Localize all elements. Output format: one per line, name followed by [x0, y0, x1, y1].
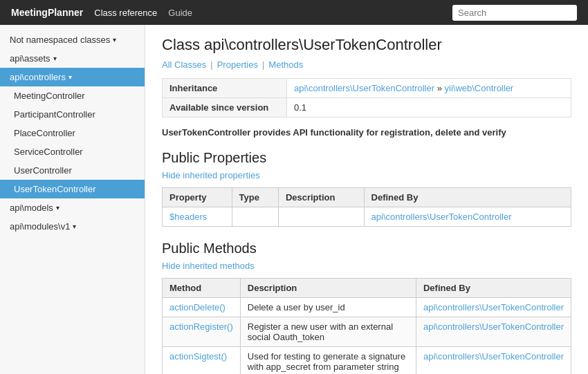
- table-row: $headers api\controllers\UserTokenContro…: [163, 207, 571, 227]
- property-type: [232, 207, 278, 227]
- top-navigation: MeetingPlanner Class reference Guide: [0, 0, 588, 25]
- method-link[interactable]: actionRegister(): [169, 321, 233, 332]
- sidebar-item-label: api\assets: [10, 53, 50, 64]
- sidebar-item-api-assets[interactable]: api\assets ▾: [0, 49, 145, 68]
- breadcrumb-methods[interactable]: Methods: [268, 59, 303, 70]
- col-defined-by: Defined By: [364, 188, 571, 207]
- separator: »: [437, 83, 445, 93]
- sidebar-item-api-models[interactable]: api\models ▾: [0, 198, 145, 217]
- table-row: actionDelete() Delete a user by user_id …: [163, 298, 571, 317]
- sidebar-item-place-controller[interactable]: PlaceController: [0, 124, 145, 142]
- sidebar-item-user-controller[interactable]: UserController: [0, 161, 145, 180]
- chevron-down-icon: ▾: [53, 55, 57, 62]
- properties-table: Property Type Description Defined By $he…: [162, 187, 571, 227]
- col-property: Property: [163, 188, 232, 207]
- sidebar-item-meeting-controller[interactable]: MeetingController: [0, 86, 145, 105]
- page-title: Class api\controllers\UserTokenControlle…: [162, 36, 571, 54]
- col-defined-by: Defined By: [416, 279, 571, 298]
- breadcrumb-properties[interactable]: Properties: [217, 59, 258, 70]
- public-properties-heading: Public Properties: [162, 150, 571, 166]
- sidebar-item-label: api\modules\v1: [10, 221, 70, 232]
- version-label: Available since version: [163, 98, 287, 118]
- chevron-down-icon: ▾: [73, 223, 76, 230]
- sidebar-item-label: Not namespaced classes: [10, 35, 110, 45]
- defined-by-link[interactable]: api\controllers\UserTokenController: [423, 351, 564, 362]
- method-description: Register a new user with an external soc…: [240, 317, 416, 347]
- hide-inherited-properties-link[interactable]: Hide inherited properties: [162, 170, 571, 180]
- nav-guide[interactable]: Guide: [168, 8, 192, 18]
- breadcrumb: All Classes | Properties | Methods: [162, 59, 571, 70]
- sidebar: Not namespaced classes ▾ api\assets ▾ ap…: [0, 25, 145, 374]
- sidebar-item-api-controllers[interactable]: api\controllers ▾: [0, 68, 145, 86]
- defined-by-link[interactable]: api\controllers\UserTokenController: [371, 212, 512, 222]
- class-description: UserTokenController provides API functio…: [162, 127, 571, 138]
- inheritance-link2[interactable]: yii\web\Controller: [445, 83, 514, 93]
- main-content: Class api\controllers\UserTokenControlle…: [145, 25, 588, 374]
- breadcrumb-all-classes[interactable]: All Classes: [162, 59, 206, 70]
- methods-table: Method Description Defined By actionDele…: [162, 278, 571, 374]
- inheritance-link1[interactable]: api\controllers\UserTokenController: [294, 83, 434, 93]
- table-header-row: Method Description Defined By: [163, 279, 571, 298]
- method-link[interactable]: actionDelete(): [169, 302, 226, 312]
- col-description: Description: [240, 279, 416, 298]
- sidebar-item-label: api\models: [10, 203, 53, 213]
- public-methods-heading: Public Methods: [162, 241, 571, 256]
- col-description: Description: [278, 188, 364, 207]
- col-type: Type: [232, 188, 278, 207]
- nav-class-reference[interactable]: Class reference: [94, 8, 157, 18]
- table-row: Inheritance api\controllers\UserTokenCon…: [163, 79, 571, 98]
- method-link[interactable]: actionSigtest(): [169, 351, 227, 362]
- table-row: actionRegister() Register a new user wit…: [163, 317, 571, 347]
- method-description: Delete a user by user_id: [240, 298, 416, 317]
- property-link[interactable]: $headers: [169, 212, 207, 222]
- table-header-row: Property Type Description Defined By: [163, 188, 571, 207]
- table-row: actionSigtest() Used for testing to gene…: [163, 347, 571, 375]
- inheritance-label: Inheritance: [163, 79, 287, 98]
- sidebar-item-user-token-controller[interactable]: UserTokenController: [0, 180, 145, 198]
- sidebar-item-service-controller[interactable]: ServiceController: [0, 142, 145, 161]
- search-input[interactable]: [452, 5, 577, 21]
- chevron-down-icon: ▾: [113, 36, 116, 44]
- sidebar-item-api-modules-v1[interactable]: api\modules\v1 ▾: [0, 217, 145, 236]
- version-value: 0.1: [287, 98, 571, 118]
- sidebar-item-label: api\controllers: [10, 72, 66, 82]
- col-method: Method: [163, 279, 241, 298]
- hide-inherited-methods-link[interactable]: Hide inherited methods: [162, 261, 571, 271]
- brand-logo: MeetingPlanner: [11, 7, 83, 18]
- chevron-down-icon: ▾: [68, 73, 72, 81]
- sidebar-item-not-namespaced[interactable]: Not namespaced classes ▾: [0, 30, 145, 49]
- property-description: [278, 207, 364, 227]
- separator: |: [262, 59, 264, 70]
- defined-by-link[interactable]: api\controllers\UserTokenController: [423, 321, 564, 332]
- inheritance-value: api\controllers\UserTokenController » yi…: [287, 79, 571, 98]
- method-description: Used for testing to generate a signature…: [240, 347, 416, 375]
- sidebar-item-participant-controller[interactable]: ParticipantController: [0, 105, 145, 124]
- separator: |: [210, 59, 212, 70]
- info-table: Inheritance api\controllers\UserTokenCon…: [162, 78, 571, 118]
- table-row: Available since version 0.1: [163, 98, 571, 118]
- chevron-down-icon: ▾: [56, 204, 59, 212]
- defined-by-link[interactable]: api\controllers\UserTokenController: [423, 302, 564, 312]
